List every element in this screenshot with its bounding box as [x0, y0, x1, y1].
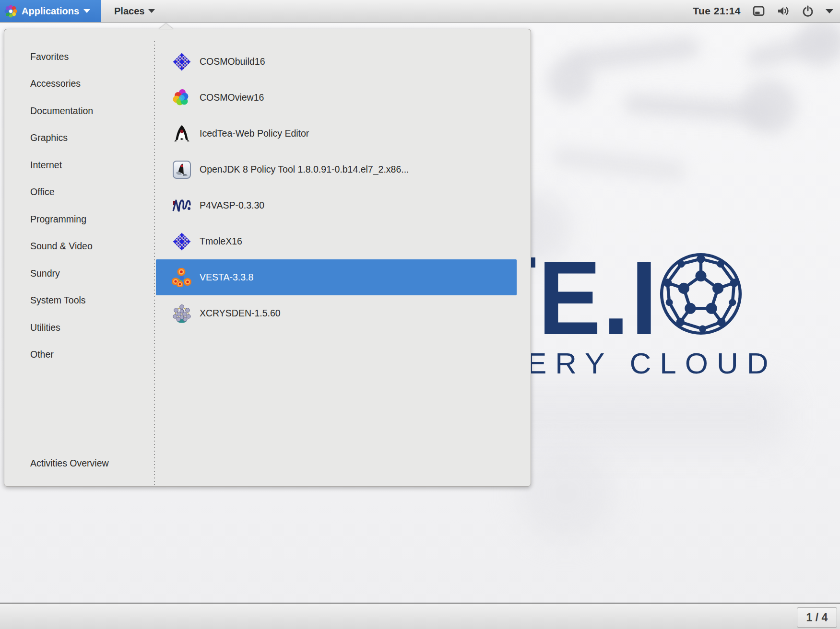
fullerene-logo-icon: [658, 251, 744, 337]
category-list: Favorites Accessories Documentation Grap…: [4, 43, 154, 368]
places-label: Places: [114, 6, 144, 17]
wallpaper-blur-shape: [741, 79, 796, 134]
icedtea-icon: [172, 124, 191, 143]
app-label: P4VASP-0.3.30: [200, 200, 264, 211]
applications-menu-button[interactable]: Applications: [0, 0, 101, 22]
app-label: XCRYSDEN-1.5.60: [200, 308, 281, 319]
desktop-logo-text-top: E.I: [538, 245, 659, 351]
category-item[interactable]: Office: [4, 179, 154, 206]
applications-label: Applications: [22, 6, 79, 17]
app-label: TmoleX16: [200, 236, 242, 247]
wallpaper-blur-shape: [547, 58, 592, 103]
app-list: COSMObuild16 COSMOview16 IcedTea-Web Pol…: [156, 44, 517, 331]
menu-notch: [159, 23, 173, 29]
app-row[interactable]: P4VASP-0.3.30: [156, 187, 517, 223]
cosmobuild-icon: [172, 52, 191, 71]
wallpaper-blur-shape: [518, 446, 614, 542]
desktop: E.I: [0, 0, 840, 629]
category-item[interactable]: Graphics: [4, 125, 154, 152]
wallpaper-blur-shape: [551, 145, 686, 183]
clock[interactable]: Tue 21:14: [693, 5, 741, 17]
tmolex-icon: [172, 232, 191, 251]
chevron-down-icon: [148, 9, 155, 13]
xcrysden-icon: [172, 304, 191, 323]
app-row[interactable]: IcedTea-Web Policy Editor: [156, 116, 517, 151]
category-item[interactable]: Accessories: [4, 70, 154, 98]
category-item[interactable]: System Tools: [4, 287, 154, 314]
wallpaper-blur-shape: [796, 19, 840, 67]
desktop-logo-text-bottom: ERY CLOUD: [527, 349, 777, 378]
vesta-icon: [172, 268, 191, 287]
openjdk-icon: [172, 160, 191, 179]
top-bar: Applications Places Tue 21:14: [0, 0, 840, 23]
chevron-down-icon[interactable]: [826, 9, 833, 13]
app-row[interactable]: TmoleX16: [156, 223, 517, 259]
power-icon[interactable]: [802, 5, 814, 17]
app-row[interactable]: OpenJDK 8 Policy Tool 1.8.0.91-0.b14.el7…: [156, 151, 517, 187]
menu-separator: [154, 41, 155, 487]
app-label: COSMObuild16: [200, 56, 265, 67]
category-item[interactable]: Sound & Video: [4, 233, 154, 260]
app-label: OpenJDK 8 Policy Tool 1.8.0.91-0.b14.el7…: [200, 164, 409, 175]
category-item[interactable]: Documentation: [4, 97, 154, 125]
category-item[interactable]: Favorites: [4, 43, 154, 70]
activities-overview-button[interactable]: Activities Overview: [30, 456, 109, 470]
category-item[interactable]: Sundry: [4, 260, 154, 287]
app-label: IcedTea-Web Policy Editor: [200, 128, 309, 139]
category-item[interactable]: Internet: [4, 151, 154, 179]
screen-icon[interactable]: [752, 5, 765, 18]
volume-icon[interactable]: [777, 5, 790, 17]
workspace-indicator[interactable]: 1 / 4: [797, 607, 837, 628]
wallpaper-blur-shape: [489, 384, 787, 451]
category-item[interactable]: Other: [4, 341, 154, 369]
p4vasp-icon: [172, 196, 191, 215]
app-row[interactable]: COSMOview16: [156, 80, 517, 116]
app-row[interactable]: COSMObuild16: [156, 44, 517, 80]
category-item[interactable]: Programming: [4, 206, 154, 233]
status-area: Tue 21:14: [693, 0, 840, 22]
app-label: VESTA-3.3.8: [200, 272, 253, 283]
app-row[interactable]: VESTA-3.3.8: [156, 259, 517, 295]
category-item[interactable]: Utilities: [4, 314, 154, 341]
app-row[interactable]: XCRYSDEN-1.5.60: [156, 295, 517, 331]
chevron-down-icon: [83, 9, 90, 13]
app-label: COSMOview16: [200, 92, 264, 103]
bottom-bar: 1 / 4: [0, 603, 840, 629]
places-menu-button[interactable]: Places: [101, 0, 164, 22]
applications-icon: [4, 5, 17, 18]
cosmoview-icon: [172, 88, 191, 107]
applications-menu-panel: Favorites Accessories Documentation Grap…: [4, 29, 531, 487]
